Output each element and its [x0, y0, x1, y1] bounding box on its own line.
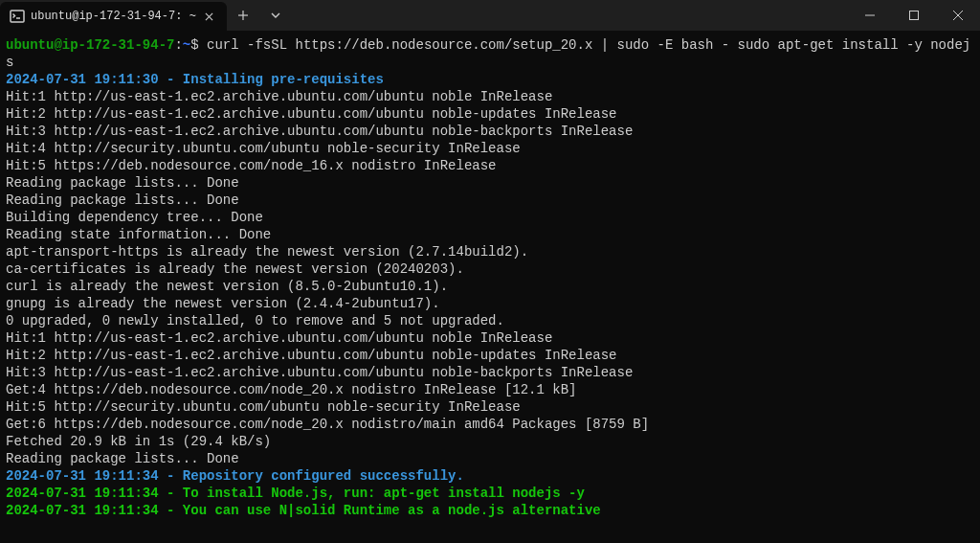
titlebar: ubuntu@ip-172-31-94-7: ~ — [0, 0, 980, 31]
output-line: Get:4 https://deb.nodesource.com/node_20… — [6, 381, 974, 398]
minimize-button[interactable] — [848, 0, 892, 31]
output-line: Reading state information... Done — [6, 226, 974, 243]
output-line: Fetched 20.9 kB in 1s (29.4 kB/s) — [6, 433, 974, 450]
output-line: Hit:1 http://us-east-1.ec2.archive.ubunt… — [6, 88, 974, 105]
output-line: Reading package lists... Done — [6, 174, 974, 192]
prompt-colon: : — [174, 37, 182, 53]
svg-rect-0 — [11, 11, 24, 22]
tab-actions — [227, 0, 292, 31]
output-line: 0 upgraded, 0 newly installed, 0 to remo… — [6, 312, 974, 329]
output-line: Hit:3 http://us-east-1.ec2.archive.ubunt… — [6, 123, 974, 140]
output-line: Get:6 https://deb.nodesource.com/node_20… — [6, 416, 974, 433]
new-tab-button[interactable] — [227, 0, 259, 31]
terminal-window: ubuntu@ip-172-31-94-7: ~ — [0, 0, 980, 543]
output-line: 2024-07-31 19:11:30 - Installing pre-req… — [6, 71, 974, 88]
tab-dropdown-button[interactable] — [259, 0, 292, 31]
tab-active[interactable]: ubuntu@ip-172-31-94-7: ~ — [0, 2, 227, 31]
output-line: Reading package lists... Done — [6, 450, 974, 467]
prompt-user-host: ubuntu@ip-172-31-94-7 — [6, 37, 174, 53]
output-line: Hit:3 http://us-east-1.ec2.archive.ubunt… — [6, 364, 974, 381]
output-line: 2024-07-31 19:11:34 - You can use N|soli… — [6, 502, 974, 519]
maximize-button[interactable] — [892, 0, 936, 31]
output-line: 2024-07-31 19:11:34 - Repository configu… — [6, 467, 974, 485]
window-controls — [848, 0, 980, 31]
output-line: Reading package lists... Done — [6, 192, 974, 209]
terminal-output[interactable]: ubuntu@ip-172-31-94-7:~$ curl -fsSL http… — [0, 31, 980, 543]
output-line: Building dependency tree... Done — [6, 209, 974, 226]
output-line: ca-certificates is already the newest ve… — [6, 260, 974, 278]
prompt-symbol: $ — [190, 37, 207, 53]
output-line: gnupg is already the newest version (2.4… — [6, 295, 974, 312]
output-line: curl is already the newest version (8.5.… — [6, 278, 974, 295]
tab-close-button[interactable] — [202, 9, 217, 24]
svg-rect-7 — [910, 11, 919, 20]
output-line: Hit:1 http://us-east-1.ec2.archive.ubunt… — [6, 329, 974, 347]
terminal-icon — [10, 9, 25, 24]
output-line: Hit:5 https://deb.nodesource.com/node_16… — [6, 157, 974, 174]
output-line: Hit:2 http://us-east-1.ec2.archive.ubunt… — [6, 105, 974, 123]
output-line: Hit:2 http://us-east-1.ec2.archive.ubunt… — [6, 347, 974, 364]
titlebar-drag-region[interactable] — [292, 0, 848, 31]
output-line: 2024-07-31 19:11:34 - To install Node.js… — [6, 485, 974, 502]
output-line: Hit:5 http://security.ubuntu.com/ubuntu … — [6, 398, 974, 416]
output-line: apt-transport-https is already the newes… — [6, 243, 974, 260]
tab-title: ubuntu@ip-172-31-94-7: ~ — [31, 10, 196, 23]
prompt-line: ubuntu@ip-172-31-94-7:~$ curl -fsSL http… — [6, 36, 974, 71]
prompt-path: ~ — [183, 37, 190, 53]
output-line: Hit:4 http://security.ubuntu.com/ubuntu … — [6, 140, 974, 157]
close-window-button[interactable] — [936, 0, 980, 31]
